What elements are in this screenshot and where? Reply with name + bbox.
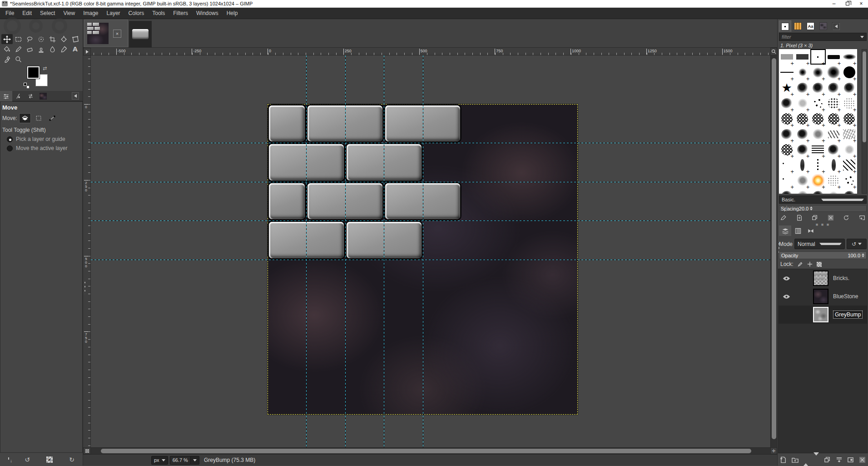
tool-rectangle-select[interactable] xyxy=(13,34,24,44)
brush-pixel[interactable] xyxy=(810,49,826,65)
mode-switch-button[interactable]: ↺ xyxy=(847,239,867,249)
quick-mask-button[interactable] xyxy=(83,447,91,454)
brush-chalk-3[interactable] xyxy=(826,80,841,95)
horizontal-scrollbar[interactable] xyxy=(91,447,770,454)
ruler-left[interactable]: 0250500750 xyxy=(83,55,91,447)
menu-windows[interactable]: Windows xyxy=(192,8,223,19)
move-layer-button[interactable] xyxy=(19,113,31,123)
image-tab-seamlessbricktut[interactable]: × xyxy=(84,20,128,47)
guide-vertical[interactable] xyxy=(423,55,423,447)
tool-text[interactable]: A xyxy=(69,44,81,54)
tab-paths[interactable] xyxy=(804,225,817,236)
zoom-value-field[interactable]: 66.7 % xyxy=(170,456,191,465)
brush-scrollbar-thumb[interactable] xyxy=(863,51,866,142)
tab-document-history[interactable] xyxy=(817,20,829,32)
brush-texture-soft[interactable] xyxy=(810,126,826,142)
brush-cell-3[interactable] xyxy=(810,111,826,126)
navigation-button[interactable]: ✛ xyxy=(770,447,777,454)
tool-unified-transform[interactable] xyxy=(58,34,69,44)
brush-blob-b2[interactable] xyxy=(794,188,810,194)
brush-scatter-dashes[interactable] xyxy=(826,126,841,142)
guide-horizontal[interactable] xyxy=(91,143,770,143)
brush-smudge-2[interactable] xyxy=(794,126,810,142)
move-selection-button[interactable] xyxy=(33,113,45,123)
brush-chalk-1[interactable] xyxy=(794,80,810,95)
left-pane-grip[interactable] xyxy=(84,281,86,294)
tab-channels[interactable] xyxy=(792,225,804,236)
brush-chalk-4[interactable] xyxy=(842,80,857,95)
brush-blob-b1[interactable] xyxy=(779,188,794,194)
brush-cell-2[interactable] xyxy=(794,111,810,126)
brush-chalk-2[interactable] xyxy=(810,80,826,95)
refresh-brushes-button[interactable] xyxy=(843,215,849,221)
tab-tool-options[interactable] xyxy=(0,91,12,101)
tool-crop[interactable] xyxy=(47,34,58,44)
tool-blur[interactable] xyxy=(47,44,58,54)
move-path-button[interactable] xyxy=(46,113,58,123)
layer-thumbnail[interactable] xyxy=(813,307,828,322)
lock-pixels-button[interactable] xyxy=(798,261,803,267)
brush-hatch-lines[interactable] xyxy=(810,142,826,157)
menu-image[interactable]: Image xyxy=(79,8,102,19)
brush-dots-trail[interactable] xyxy=(810,157,826,173)
brush-smudge-1[interactable] xyxy=(779,126,794,142)
tab-layers[interactable] xyxy=(779,225,791,236)
tool-zoom[interactable] xyxy=(13,54,24,64)
layer-row-greybump[interactable]: GreyBump xyxy=(779,306,867,324)
menu-help[interactable]: Help xyxy=(223,8,242,19)
brush-soft-dot-1[interactable] xyxy=(794,65,810,80)
default-colors-icon[interactable] xyxy=(24,83,30,89)
brush-solid-circle[interactable] xyxy=(842,65,857,80)
guide-horizontal[interactable] xyxy=(91,182,770,182)
brush-spray-1[interactable] xyxy=(826,173,841,188)
foreground-color-swatch[interactable] xyxy=(27,66,40,79)
brush-speck-1[interactable] xyxy=(779,157,794,173)
brush-blob-b4[interactable] xyxy=(826,188,841,194)
guide-horizontal[interactable] xyxy=(91,220,770,221)
menu-layer[interactable]: Layer xyxy=(103,8,124,19)
close-button[interactable]: × xyxy=(854,0,868,7)
open-brush-as-image-button[interactable] xyxy=(859,215,865,221)
brush-sketch-horses[interactable] xyxy=(842,126,857,142)
restore-button[interactable] xyxy=(841,0,854,7)
tool-clone[interactable] xyxy=(35,44,47,54)
unit-dropdown[interactable]: px xyxy=(151,456,168,465)
tab-device-status[interactable] xyxy=(12,91,25,101)
vertical-scrollbar[interactable] xyxy=(770,55,777,447)
right-dock-collapse-button[interactable] xyxy=(833,23,840,30)
opacity-spinner[interactable] xyxy=(862,253,864,257)
horizontal-scrollbar-thumb[interactable] xyxy=(101,449,751,453)
restore-tool-preset-button[interactable]: ↺ xyxy=(25,456,30,463)
brush-smear-dark[interactable] xyxy=(826,157,841,173)
raise-layer-button[interactable] xyxy=(803,456,808,464)
duplicate-brush-button[interactable] xyxy=(812,215,818,221)
new-group-button[interactable] xyxy=(792,456,799,463)
brush-fluff[interactable] xyxy=(794,173,810,188)
lock-alpha-button[interactable] xyxy=(817,262,822,267)
layer-thumbnail[interactable] xyxy=(813,289,828,304)
brush-blob-b3[interactable] xyxy=(810,188,826,194)
tool-ink[interactable] xyxy=(58,44,69,54)
brush-grey-bar[interactable] xyxy=(779,49,794,65)
layer-name[interactable]: Bricks. xyxy=(833,275,849,281)
brush-spray-2[interactable] xyxy=(842,173,857,188)
delete-layer-button[interactable] xyxy=(859,456,866,463)
brush-stroke-faint[interactable] xyxy=(794,95,810,111)
new-brush-button[interactable] xyxy=(796,215,803,221)
visibility-eye-icon[interactable] xyxy=(779,276,794,281)
edit-brush-button[interactable] xyxy=(780,215,787,221)
brush-swirl-dark[interactable] xyxy=(826,142,841,157)
layer-mode-dropdown[interactable]: Normal xyxy=(794,239,845,249)
delete-brush-button[interactable] xyxy=(828,215,834,221)
brush-blob-dark[interactable] xyxy=(794,142,810,157)
option-pick-layer-or-guide[interactable]: Pick a layer or guide xyxy=(0,134,82,143)
tool-move[interactable] xyxy=(1,34,13,44)
zoom-dropdown[interactable] xyxy=(191,456,199,465)
brush-charcoal[interactable] xyxy=(779,95,794,111)
brush-dark-bar[interactable] xyxy=(794,49,810,65)
tool-eraser[interactable] xyxy=(24,44,35,54)
brush-soft-ellipse[interactable] xyxy=(842,49,857,65)
guide-vertical[interactable] xyxy=(345,55,346,447)
tab-fonts[interactable]: Aa xyxy=(804,20,817,32)
menu-filters[interactable]: Filters xyxy=(169,8,192,19)
